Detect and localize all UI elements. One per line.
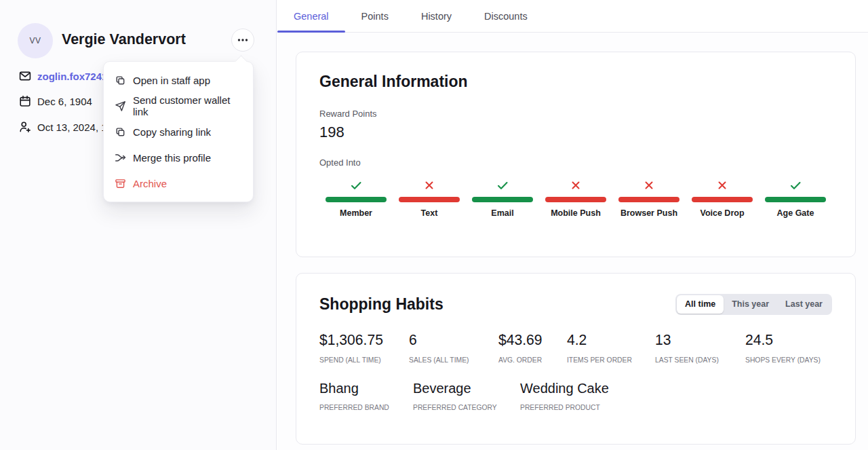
- stat-value: 13: [655, 331, 742, 349]
- stat-spend: $1,306.75 SPEND (ALL TIME): [319, 331, 409, 364]
- stat-value: $43.69: [498, 331, 564, 349]
- stat-sales: 6 SALES (ALL TIME): [409, 331, 498, 364]
- channel-age-gate: Age Gate: [759, 179, 832, 218]
- channel-email: Email: [466, 179, 539, 218]
- pref-value: Bhang: [319, 381, 413, 396]
- menu-item-label: Send customer wallet link: [133, 94, 242, 117]
- menu-item-copy-sharing-link[interactable]: Copy sharing link: [104, 119, 253, 145]
- time-range-switcher: All time This year Last year: [675, 294, 832, 315]
- calendar-icon: [19, 95, 31, 107]
- stat-items-per-order: 4.2 ITEMS PER ORDER: [567, 331, 655, 364]
- general-information-title: General Information: [319, 73, 832, 91]
- opt-status-bar: [326, 197, 387, 202]
- menu-item-send-wallet-link[interactable]: Send customer wallet link: [104, 93, 253, 119]
- stat-value: 6: [409, 331, 495, 349]
- range-last-year[interactable]: Last year: [777, 295, 831, 314]
- menu-item-open-in-staff-app[interactable]: Open in staff app: [104, 67, 253, 93]
- merge-icon: [115, 152, 126, 164]
- range-this-year[interactable]: This year: [724, 295, 777, 314]
- channel-browser-push: Browser Push: [612, 179, 686, 218]
- main-content: General Points History Discounts General…: [277, 0, 868, 450]
- copy-icon: [115, 75, 126, 86]
- copy-icon: [115, 126, 126, 138]
- x-icon: [422, 179, 436, 192]
- pref-label: PREFERRED BRAND: [319, 403, 408, 411]
- channel-label: Email: [491, 208, 513, 218]
- envelope-icon: [19, 70, 31, 82]
- preferred-product: Wedding Cake PREFERRED PRODUCT: [520, 381, 609, 411]
- profile-tabs: General Points History Discounts: [277, 0, 868, 33]
- birthdate-value: Dec 6, 1904: [37, 96, 92, 107]
- avatar: VV: [18, 23, 53, 58]
- x-icon: [642, 179, 656, 192]
- send-icon: [115, 100, 126, 112]
- tab-discounts[interactable]: Discounts: [468, 0, 544, 32]
- opt-status-bar: [618, 197, 679, 202]
- opt-status-bar: [545, 197, 606, 202]
- x-icon: [715, 179, 729, 192]
- tab-history[interactable]: History: [405, 0, 468, 32]
- stat-label: LAST SEEN (DAYS): [655, 356, 740, 364]
- shopping-habits-title: Shopping Habits: [319, 295, 443, 314]
- customer-sidebar: VV Vergie Vandervort zoglin.fox7241@: [0, 0, 277, 450]
- preferred-category: Beverage PREFERRED CATEGORY: [413, 381, 520, 411]
- channel-member: Member: [319, 179, 393, 218]
- channel-voice-drop: Voice Drop: [686, 179, 759, 218]
- stats-row: $1,306.75 SPEND (ALL TIME) 6 SALES (ALL …: [319, 331, 832, 364]
- shopping-habits-card: Shopping Habits All time This year Last …: [296, 273, 856, 445]
- preferred-brand: Bhang PREFERRED BRAND: [319, 381, 413, 411]
- range-all-time[interactable]: All time: [677, 295, 724, 314]
- stat-avg-order: $43.69 AVG. ORDER: [498, 331, 567, 364]
- stat-shops-every: 24.5 SHOPS EVERY (DAYS): [745, 331, 825, 364]
- stat-value: 24.5: [745, 331, 822, 349]
- menu-item-label: Copy sharing link: [133, 126, 211, 138]
- stat-label: ITEMS PER ORDER: [567, 356, 650, 364]
- channel-label: Text: [421, 208, 438, 218]
- channel-text: Text: [393, 179, 466, 218]
- channel-label: Browser Push: [620, 208, 677, 218]
- more-actions-button[interactable]: [231, 29, 254, 52]
- opt-in-channels: Member Text Email: [319, 179, 832, 218]
- opted-into-label: Opted Into: [319, 157, 832, 168]
- reward-points-label: Reward Points: [319, 109, 832, 119]
- tab-points[interactable]: Points: [345, 0, 405, 32]
- menu-item-label: Open in staff app: [133, 75, 210, 86]
- opt-status-bar: [692, 197, 753, 202]
- reward-points-value: 198: [319, 124, 832, 141]
- contact-created-row: Oct 13, 2024, 11: [19, 121, 112, 133]
- customer-name: Vergie Vandervort: [62, 31, 186, 48]
- menu-item-merge-profile[interactable]: Merge this profile: [104, 145, 253, 170]
- menu-item-label: Merge this profile: [133, 152, 211, 164]
- check-icon: [496, 179, 509, 192]
- stat-last-seen: 13 LAST SEEN (DAYS): [655, 331, 745, 364]
- menu-item-label: Archive: [133, 178, 167, 189]
- stat-label: SALES (ALL TIME): [409, 356, 493, 364]
- stat-value: 4.2: [567, 331, 652, 349]
- ellipsis-icon: [236, 33, 250, 47]
- channel-label: Age Gate: [777, 208, 814, 218]
- menu-caret: [235, 55, 247, 67]
- menu-item-archive[interactable]: Archive: [104, 170, 253, 196]
- pref-value: Wedding Cake: [520, 381, 609, 396]
- opt-status-bar: [472, 197, 533, 202]
- channel-mobile-push: Mobile Push: [539, 179, 612, 218]
- stat-value: $1,306.75: [319, 331, 406, 349]
- actions-menu: Open in staff app Send customer wallet l…: [103, 61, 254, 202]
- channel-label: Mobile Push: [551, 208, 601, 218]
- preferences-row: Bhang PREFERRED BRAND Beverage PREFERRED…: [319, 381, 832, 411]
- pref-value: Beverage: [413, 381, 520, 396]
- archive-icon: [115, 178, 126, 189]
- stat-label: AVG. ORDER: [498, 356, 563, 364]
- stat-label: SPEND (ALL TIME): [319, 356, 403, 364]
- tab-general[interactable]: General: [277, 0, 345, 32]
- stat-label: SHOPS EVERY (DAYS): [745, 356, 821, 364]
- pref-label: PREFERRED CATEGORY: [413, 403, 514, 411]
- check-icon: [349, 179, 363, 192]
- user-plus-icon: [19, 121, 31, 133]
- x-icon: [569, 179, 583, 192]
- opt-status-bar: [765, 197, 826, 202]
- opt-status-bar: [399, 197, 460, 202]
- channel-label: Member: [340, 208, 372, 218]
- created-date-value: Oct 13, 2024, 11: [37, 121, 112, 133]
- channel-label: Voice Drop: [700, 208, 744, 218]
